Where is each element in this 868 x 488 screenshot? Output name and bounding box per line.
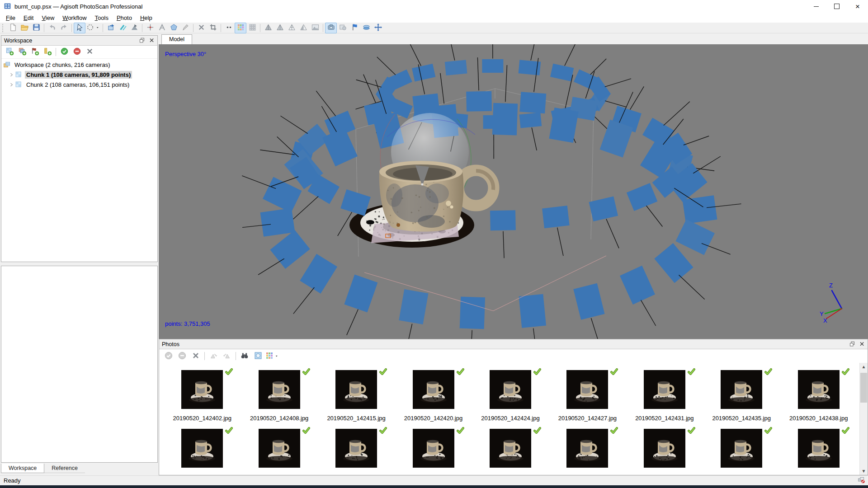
add-photos-button[interactable] xyxy=(16,46,28,58)
photo-item[interactable] xyxy=(241,429,317,468)
remove-photo-button[interactable] xyxy=(189,350,203,362)
view-mesh-solid-button[interactable] xyxy=(297,23,309,33)
view-masks-button[interactable] xyxy=(251,350,265,362)
draw-pencil-button[interactable] xyxy=(179,23,191,33)
view-dense-cloud-button[interactable] xyxy=(262,23,274,33)
view-mesh-shaded-button[interactable] xyxy=(274,23,286,33)
photo-thumbnail[interactable] xyxy=(566,429,608,468)
navigation-move-button[interactable] xyxy=(372,23,384,33)
photo-item[interactable]: 20190520_142438.jpg xyxy=(780,370,857,422)
photo-item[interactable] xyxy=(626,429,703,468)
photo-thumbnail[interactable] xyxy=(721,429,762,468)
menu-file[interactable]: File xyxy=(2,14,19,22)
close-button[interactable]: × xyxy=(847,0,868,13)
rotate-region-button[interactable] xyxy=(117,23,128,33)
photos-scrollbar[interactable]: ▲ ▼ xyxy=(859,363,868,475)
move-region-button[interactable] xyxy=(128,23,140,33)
menu-workflow[interactable]: Workflow xyxy=(58,14,90,22)
show-ground-button[interactable] xyxy=(360,23,372,33)
photo-item[interactable]: 20190520_142427.jpg xyxy=(549,370,626,422)
lasso-select-button[interactable] xyxy=(85,23,101,33)
photo-thumbnail[interactable] xyxy=(644,370,685,409)
photo-item[interactable]: 20190520_142415.jpg xyxy=(318,370,395,422)
rotate-ccw-button[interactable] xyxy=(207,350,220,362)
view-textured-button[interactable] xyxy=(309,23,321,33)
photo-item[interactable] xyxy=(703,429,780,468)
photo-thumbnail[interactable] xyxy=(490,429,531,468)
view-mesh-wireframe-button[interactable] xyxy=(286,23,297,33)
disable-minus-button[interactable] xyxy=(175,350,189,362)
minimize-button[interactable] xyxy=(806,0,826,13)
new-document-button[interactable] xyxy=(7,23,19,33)
photo-thumbnail[interactable] xyxy=(413,429,454,468)
show-shapes-button[interactable] xyxy=(337,23,349,33)
photo-thumbnail[interactable] xyxy=(798,370,840,409)
redo-button[interactable] xyxy=(58,23,70,33)
chevron-right-icon[interactable] xyxy=(8,71,15,78)
add-marker-tool-button[interactable] xyxy=(144,23,156,33)
photo-thumbnail[interactable] xyxy=(335,370,377,409)
close-panel-icon[interactable] xyxy=(148,37,156,44)
model-viewport-3d[interactable]: ZYX Perspective 30° points: 3,751,305 xyxy=(159,44,868,339)
resize-region-button[interactable] xyxy=(105,23,117,33)
close-panel-icon[interactable] xyxy=(859,341,866,348)
photos-pane-grey-button[interactable] xyxy=(246,23,258,33)
menu-edit[interactable]: Edit xyxy=(19,14,38,22)
float-panel-icon[interactable] xyxy=(849,341,856,348)
photo-thumbnail[interactable] xyxy=(181,370,223,409)
photo-item[interactable] xyxy=(549,429,626,468)
rotate-cw-button[interactable] xyxy=(220,350,234,362)
photo-item[interactable] xyxy=(472,429,549,468)
maximize-button[interactable] xyxy=(826,0,847,13)
photo-thumbnail[interactable] xyxy=(490,370,531,409)
scroll-down-icon[interactable]: ▼ xyxy=(860,467,868,475)
disable-item-button[interactable] xyxy=(71,46,83,58)
crop-region-button[interactable] xyxy=(207,23,219,33)
scroll-up-icon[interactable]: ▲ xyxy=(860,363,868,371)
photo-thumbnail[interactable] xyxy=(798,429,840,468)
photo-item[interactable]: 20190520_142435.jpg xyxy=(703,370,780,422)
open-folder-button[interactable] xyxy=(19,23,30,33)
add-marker-flag-button[interactable] xyxy=(28,46,41,58)
enable-check-button[interactable] xyxy=(162,350,175,362)
show-markers-button[interactable] xyxy=(349,23,360,33)
photo-thumbnail[interactable] xyxy=(566,370,608,409)
menu-view[interactable]: View xyxy=(38,14,58,22)
tree-item-chunk-1[interactable]: Chunk 1 (108 cameras, 91,809 points) xyxy=(1,70,157,80)
photo-item[interactable]: 20190520_142408.jpg xyxy=(241,370,317,422)
photo-thumbnail[interactable] xyxy=(335,429,377,468)
photo-item[interactable]: 20190520_142420.jpg xyxy=(395,370,472,422)
thumbnails-grid-button[interactable] xyxy=(265,350,278,362)
filter-binoculars-button[interactable] xyxy=(238,350,251,362)
photo-item[interactable] xyxy=(164,429,241,468)
show-cameras-button[interactable] xyxy=(325,23,337,33)
tab-model[interactable]: Model xyxy=(161,34,192,44)
float-panel-icon[interactable] xyxy=(138,37,146,44)
gradual-selection-button[interactable] xyxy=(223,23,235,33)
menu-photo[interactable]: Photo xyxy=(113,14,136,22)
remove-item-button[interactable] xyxy=(83,46,96,58)
dock-tab-reference[interactable]: Reference xyxy=(44,464,85,473)
photo-item[interactable] xyxy=(318,429,395,468)
menu-help[interactable]: Help xyxy=(136,14,156,22)
photo-thumbnail[interactable] xyxy=(259,429,300,468)
photo-thumbnail[interactable] xyxy=(259,370,300,409)
tree-item-chunk-2[interactable]: Chunk 2 (108 cameras, 106,151 points) xyxy=(1,80,157,89)
cursor-select-button[interactable] xyxy=(74,23,85,33)
ruler-button[interactable] xyxy=(156,23,168,33)
photo-thumbnail[interactable] xyxy=(721,370,762,409)
dock-tab-workspace[interactable]: Workspace xyxy=(1,464,44,473)
add-scalebar-button[interactable] xyxy=(41,46,54,58)
photo-item[interactable]: 20190520_142402.jpg xyxy=(164,370,241,422)
photo-thumbnail[interactable] xyxy=(644,429,685,468)
photo-item[interactable]: 20190520_142424.jpg xyxy=(472,370,549,422)
delete-selection-button[interactable] xyxy=(195,23,207,33)
chevron-right-icon[interactable] xyxy=(8,81,15,88)
draw-polygon-button[interactable] xyxy=(168,23,179,33)
photo-thumbnail[interactable] xyxy=(181,429,223,468)
add-chunk-button[interactable] xyxy=(3,46,16,58)
tree-item-workspace-root[interactable]: Workspace (2 chunks, 216 cameras) xyxy=(1,60,157,70)
undo-button[interactable] xyxy=(46,23,58,33)
enable-item-button[interactable] xyxy=(58,46,71,58)
scrollbar-thumb[interactable] xyxy=(860,373,867,403)
